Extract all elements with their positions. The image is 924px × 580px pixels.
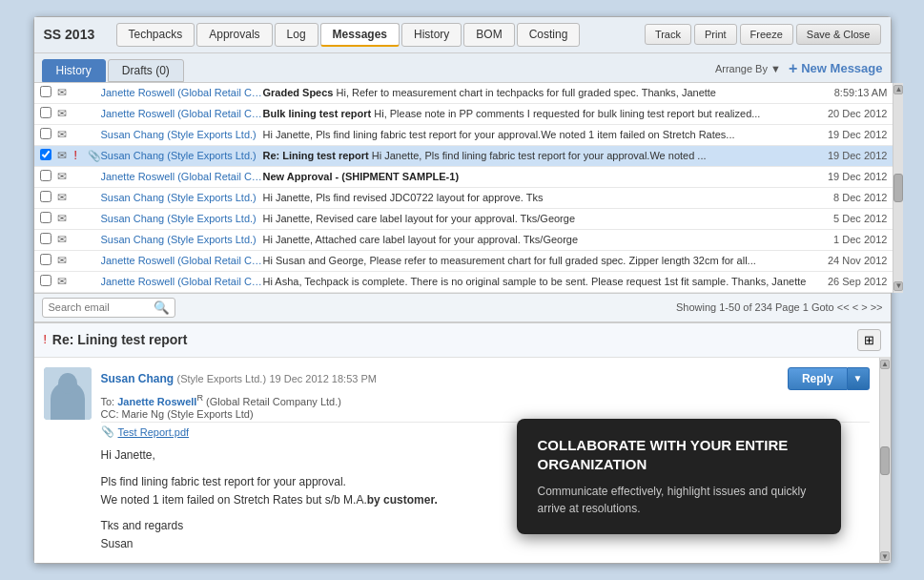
table-row[interactable]: ✉ Janette Roswell (Global Retail Company… — [34, 272, 893, 293]
email-list: ✉ Janette Roswell (Global Retail Company… — [34, 83, 893, 293]
sender-2: Susan Chang (Style Exports Ltd.) — [101, 129, 263, 140]
date-9: 26 Sep 2012 — [806, 276, 887, 287]
detail-flag-icon: ! — [44, 333, 47, 346]
checkbox-2[interactable] — [40, 128, 57, 142]
msg-tab-right: Arrange By ▼ + New Message — [715, 60, 883, 81]
sender-9: Janette Roswell (Global Retail Company L… — [101, 276, 263, 287]
email-icon-6: ✉ — [57, 212, 74, 225]
subject-6: Hi Janette, Revised care label layout fo… — [263, 213, 807, 224]
table-row[interactable]: ✉ Susan Chang (Style Exports Ltd.) Hi Ja… — [34, 188, 893, 209]
new-message-label: New Message — [801, 61, 882, 75]
subject-3: Re: Lining test report Hi Janette, Pls f… — [263, 150, 807, 161]
scroll-thumb[interactable] — [893, 174, 903, 202]
tab-drafts[interactable]: Drafts (0) — [108, 59, 184, 82]
freeze-button[interactable]: Freeze — [740, 24, 793, 45]
save-close-button[interactable]: Save & Close — [796, 24, 881, 45]
table-row[interactable]: ✉ Janette Roswell (Global Retail Company… — [34, 251, 893, 272]
email-icon-3: ✉ — [57, 149, 74, 162]
tab-history-msg[interactable]: History — [42, 59, 106, 82]
table-row[interactable]: ✉ Janette Roswell (Global Retail Company… — [34, 167, 893, 188]
table-row[interactable]: ✉ Janette Roswell (Global Retail Company… — [34, 83, 893, 104]
subject-4: New Approval - (SHIPMENT SAMPLE-1) — [263, 171, 807, 182]
top-btn-group: Track Print Freeze Save & Close — [645, 24, 881, 45]
page-info: Showing 1-50 of 234 Page 1 Goto << < > >… — [676, 301, 883, 313]
checkbox-0[interactable] — [40, 86, 57, 100]
tab-techpacks[interactable]: Techpacks — [116, 23, 195, 47]
sender-info: Susan Chang (Style Exports Ltd.) 19 Dec … — [101, 372, 377, 385]
email-icon-0: ✉ — [57, 86, 74, 99]
flag-6 — [74, 212, 88, 225]
to-row: To: Janette RoswellR (Global Retail Comp… — [101, 393, 870, 407]
sender-7: Susan Chang (Style Exports Ltd.) — [101, 234, 263, 245]
table-row[interactable]: ✉ ! 📎 Susan Chang (Style Exports Ltd.) R… — [34, 146, 893, 167]
track-button[interactable]: Track — [645, 24, 691, 45]
tab-approvals[interactable]: Approvals — [196, 23, 272, 47]
checkbox-5[interactable] — [40, 191, 57, 205]
checkbox-1[interactable] — [40, 107, 57, 121]
tooltip-body: Communicate effectively, highlight issue… — [538, 483, 820, 517]
detail-scrollbar[interactable]: ▲ ▼ — [879, 358, 891, 564]
tab-group: Techpacks Approvals Log Messages History… — [116, 23, 639, 47]
tab-log[interactable]: Log — [275, 23, 318, 47]
email-icon-2: ✉ — [57, 128, 74, 141]
checkbox-4[interactable] — [40, 170, 57, 184]
sender-4: Janette Roswell (Global Retail Company L… — [101, 171, 263, 182]
arrange-by-label[interactable]: Arrange By ▼ — [715, 63, 781, 74]
flag-5 — [74, 191, 88, 204]
checkbox-3[interactable] — [40, 149, 57, 163]
search-button[interactable]: 🔍 — [154, 300, 170, 315]
table-row[interactable]: ✉ Janette Roswell (Global Retail Company… — [34, 104, 893, 125]
date-8: 24 Nov 2012 — [806, 255, 887, 266]
email-icon-8: ✉ — [57, 254, 74, 267]
tab-messages[interactable]: Messages — [320, 23, 400, 47]
date-2: 19 Dec 2012 — [806, 129, 887, 140]
checkbox-6[interactable] — [40, 212, 57, 226]
tab-costing[interactable]: Costing — [517, 23, 581, 47]
subject-8: Hi Susan and George, Please refer to mea… — [263, 255, 807, 266]
new-message-button[interactable]: + New Message — [789, 60, 883, 77]
email-icon-4: ✉ — [57, 170, 74, 183]
sender-8: Janette Roswell (Global Retail Company L… — [101, 255, 263, 266]
detail-scroll-up[interactable]: ▲ — [880, 360, 890, 369]
table-row[interactable]: ✉ Susan Chang (Style Exports Ltd.) Hi Ja… — [34, 209, 893, 230]
print-button[interactable]: Print — [694, 24, 737, 45]
checkbox-9[interactable] — [40, 275, 57, 289]
main-container: SS 2013 Techpacks Approvals Log Messages… — [33, 16, 892, 565]
reply-dropdown-button[interactable]: ▼ — [848, 367, 870, 390]
list-scrollbar[interactable]: ▲ ▼ — [893, 83, 903, 293]
checkbox-7[interactable] — [40, 233, 57, 247]
detail-body-area: Susan Chang (Style Exports Ltd.) 19 Dec … — [34, 358, 891, 564]
attachment-name[interactable]: Test Report.pdf — [118, 426, 190, 438]
detail-header: ! Re: Lining test report ⊞ — [34, 323, 891, 358]
reply-btn-wrap: Reply ▼ — [788, 367, 870, 390]
scroll-up-arrow[interactable]: ▲ — [893, 85, 903, 94]
search-input[interactable] — [49, 301, 154, 313]
date-6: 5 Dec 2012 — [806, 213, 887, 224]
to-name: Janette Roswell — [117, 395, 196, 406]
expand-button[interactable]: ⊞ — [857, 329, 881, 351]
attach-5 — [88, 191, 101, 204]
date-7: 1 Dec 2012 — [806, 234, 887, 245]
flag-8 — [74, 254, 88, 267]
table-row[interactable]: ✉ Susan Chang (Style Exports Ltd.) Hi Ja… — [34, 125, 893, 146]
to-label: To: — [101, 395, 118, 406]
to-superscript: R — [196, 393, 203, 403]
flag-2 — [74, 128, 88, 141]
subject-bold-3: Re: Lining test report — [263, 150, 369, 161]
detail-scroll-thumb[interactable] — [880, 446, 890, 475]
cc-label: CC: — [101, 408, 122, 420]
tab-bom[interactable]: BOM — [463, 23, 514, 47]
table-row[interactable]: ✉ Susan Chang (Style Exports Ltd.) Hi Ja… — [34, 230, 893, 251]
scroll-down-arrow[interactable]: ▼ — [893, 281, 903, 291]
flag-3: ! — [74, 149, 88, 162]
reply-button[interactable]: Reply — [788, 367, 848, 390]
checkbox-8[interactable] — [40, 254, 57, 268]
tab-history[interactable]: History — [401, 23, 462, 47]
subject-bold-4: New Approval - (SHIPMENT SAMPLE-1) — [263, 171, 460, 182]
attachment-icon: 📎 — [101, 425, 114, 438]
detail-scroll-down[interactable]: ▼ — [880, 551, 890, 561]
date-3: 19 Dec 2012 — [806, 150, 887, 161]
plus-icon: + — [789, 60, 797, 77]
msg-body-wrap: Susan Chang (Style Exports Ltd.) 19 Dec … — [34, 358, 879, 564]
attach-0 — [88, 86, 101, 99]
